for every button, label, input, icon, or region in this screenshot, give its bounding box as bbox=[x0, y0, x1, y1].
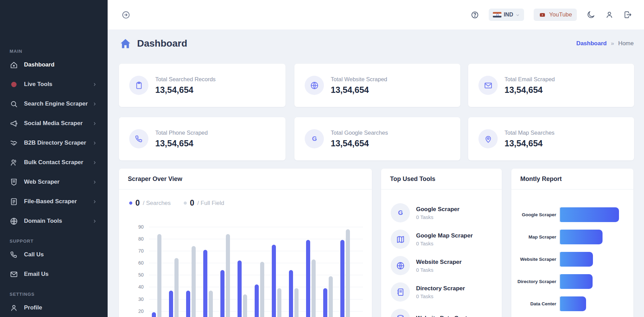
sidebar-collapse-icon[interactable] bbox=[121, 10, 131, 20]
gridline bbox=[149, 227, 363, 227]
sidebar-item-bulk-contact-scraper[interactable]: Bulk Contact Scraper bbox=[0, 157, 108, 168]
sidebar-item-dashboard[interactable]: Dashboard bbox=[0, 59, 108, 70]
clipboard-icon bbox=[134, 81, 144, 90]
sidebar-item-domain-tools[interactable]: Domain Tools bbox=[0, 216, 108, 227]
bar-full-field[interactable] bbox=[312, 259, 316, 317]
y-axis-tick: 80 bbox=[129, 236, 144, 242]
bar-full-field[interactable] bbox=[157, 234, 161, 317]
logout-icon bbox=[623, 10, 632, 19]
hbar-row-directory-scraper: Directory Scraper bbox=[511, 274, 633, 289]
scraper-overview-card: Scraper Over View 0/ Searches0/ Full Fie… bbox=[119, 169, 372, 317]
hbar[interactable] bbox=[560, 296, 586, 311]
y-axis-tick: 70 bbox=[129, 248, 144, 254]
tool-item-google-map-scraper[interactable]: Google Map Scraper0 Tasks bbox=[391, 230, 493, 249]
hbar-label: Map Scraper bbox=[511, 234, 559, 240]
bar-full-field[interactable] bbox=[209, 291, 213, 317]
google-g-icon: G bbox=[396, 208, 405, 218]
sidebar-item-call-us[interactable]: Call Us bbox=[0, 249, 108, 260]
breadcrumb-parent[interactable]: Home bbox=[618, 40, 634, 47]
sidebar-item-profile[interactable]: Profile bbox=[0, 302, 108, 313]
bar-searches[interactable] bbox=[340, 240, 344, 317]
hbar-label: Data Center bbox=[511, 301, 559, 306]
monthly-title: Montly Report bbox=[520, 175, 562, 183]
stat-label: Total Phone Scraped bbox=[155, 130, 208, 136]
tool-item-directory-scraper[interactable]: Directory Scraper0 Tasks bbox=[391, 282, 493, 302]
user-icon bbox=[605, 10, 614, 19]
hbar[interactable] bbox=[560, 274, 593, 289]
bar-searches[interactable] bbox=[306, 240, 310, 317]
chevron-right-icon bbox=[92, 180, 97, 185]
grouped-bar-chart: 9080706050403020 bbox=[119, 169, 372, 317]
bar-searches[interactable] bbox=[272, 245, 276, 317]
hbar[interactable] bbox=[560, 252, 593, 267]
bar-full-field[interactable] bbox=[346, 229, 350, 317]
sidebar: MAINDashboardLive ToolsSearch Engine Scr… bbox=[0, 0, 108, 317]
megaphone-icon bbox=[10, 119, 18, 128]
youtube-button[interactable]: YouTube bbox=[534, 9, 577, 21]
y-axis-tick: 50 bbox=[129, 272, 144, 278]
bar-full-field[interactable] bbox=[260, 262, 264, 317]
sidebar-item-email-us[interactable]: Email Us bbox=[0, 269, 108, 280]
hbar-row-map-scraper: Map Scraper bbox=[511, 230, 633, 244]
bar-searches[interactable] bbox=[169, 291, 173, 317]
dark-mode-moon-icon[interactable] bbox=[586, 10, 595, 19]
user-profile-icon[interactable] bbox=[605, 10, 614, 19]
sidebar-item-label: Search Engine Scraper bbox=[24, 100, 88, 107]
bar-full-field[interactable] bbox=[277, 288, 281, 317]
bar-full-field[interactable] bbox=[174, 258, 179, 317]
sidebar-section-label: SETTINGS bbox=[0, 288, 108, 302]
bar-searches[interactable] bbox=[203, 250, 207, 317]
bar-full-field[interactable] bbox=[329, 276, 333, 317]
tool-name: Website Data Center bbox=[416, 315, 473, 317]
bar-searches[interactable] bbox=[220, 270, 224, 317]
y-axis-tick: 60 bbox=[129, 260, 144, 266]
stat-value: 13,54,654 bbox=[505, 85, 555, 95]
svg-text:G: G bbox=[398, 209, 403, 216]
breadcrumb-current[interactable]: Dashboard bbox=[576, 40, 607, 47]
tool-item-website-data-center[interactable]: Website Data Center bbox=[391, 309, 493, 317]
logout-icon[interactable] bbox=[623, 10, 632, 19]
hbar-label: Google Scraper bbox=[511, 212, 559, 217]
sidebar-item-label: Dashboard bbox=[24, 61, 54, 68]
chevron-right-icon bbox=[92, 160, 97, 165]
breadcrumb-separator: » bbox=[611, 40, 614, 47]
bar-full-field[interactable] bbox=[192, 246, 196, 317]
data-center-icon bbox=[396, 314, 405, 317]
stat-label: Total Google Searches bbox=[331, 130, 388, 136]
sidebar-item-social-media-scraper[interactable]: Social Media Scraper bbox=[0, 118, 108, 129]
sidebar-item-label: Web Scraper bbox=[24, 179, 60, 185]
sidebar-item-label: File-Based Scraper bbox=[24, 198, 77, 205]
sidebar-item-live-tools[interactable]: Live Tools bbox=[0, 79, 108, 90]
bar-searches[interactable] bbox=[238, 260, 242, 317]
tool-item-google-scraper[interactable]: GGoogle Scraper0 Tasks bbox=[391, 203, 493, 222]
bar-searches[interactable] bbox=[289, 270, 293, 317]
sidebar-item-file-based-scraper[interactable]: File-Based Scraper bbox=[0, 196, 108, 207]
stat-value: 13,54,654 bbox=[155, 138, 208, 148]
bar-searches[interactable] bbox=[152, 312, 156, 317]
bar-full-field[interactable] bbox=[294, 288, 299, 317]
sidebar-item-b2b-directory-scraper[interactable]: B2B Directory Scraper bbox=[0, 137, 108, 148]
sidebar-item-label: B2B Directory Scraper bbox=[24, 139, 86, 146]
bar-searches[interactable] bbox=[186, 291, 190, 317]
hbar[interactable] bbox=[560, 207, 619, 222]
hbar[interactable] bbox=[560, 230, 603, 244]
stat-value: 13,54,654 bbox=[331, 138, 388, 148]
help-icon[interactable] bbox=[471, 11, 479, 19]
globe-icon bbox=[10, 217, 18, 225]
language-selector[interactable]: IND bbox=[489, 9, 524, 21]
bar-full-field[interactable] bbox=[243, 294, 247, 317]
hbar-label: Directory Scraper bbox=[511, 279, 559, 284]
bar-searches[interactable] bbox=[255, 284, 259, 317]
sidebar-item-search-engine-scraper[interactable]: Search Engine Scraper bbox=[0, 98, 108, 109]
y-axis-tick: 20 bbox=[129, 308, 144, 314]
bar-searches[interactable] bbox=[323, 288, 327, 317]
sidebar-item-label: Bulk Contact Scraper bbox=[24, 159, 83, 166]
tool-item-website-scraper[interactable]: Website Scraper0 Tasks bbox=[391, 256, 493, 275]
sidebar-item-label: Social Media Scraper bbox=[24, 120, 83, 127]
stat-card-total-email-scraped: Total Email Scraped13,54,654 bbox=[468, 64, 634, 107]
envelope-icon bbox=[484, 81, 493, 90]
bar-full-field[interactable] bbox=[226, 234, 230, 317]
handshake-icon bbox=[10, 139, 18, 147]
sidebar-item-web-scraper[interactable]: Web Scraper bbox=[0, 176, 108, 187]
youtube-label: YouTube bbox=[549, 11, 572, 18]
